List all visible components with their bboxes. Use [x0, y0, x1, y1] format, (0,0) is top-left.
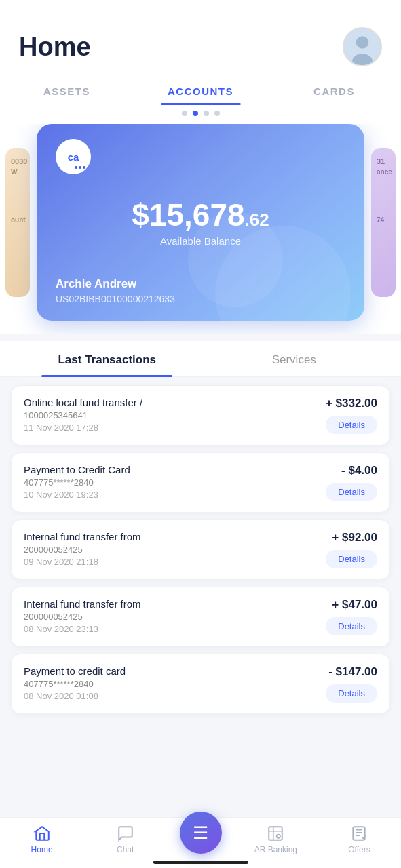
transaction-date: 09 Nov 2020 21:18 — [24, 557, 319, 567]
transactions-section: Last Transactions Services — [0, 341, 401, 377]
transaction-list-container: Online local fund transfer / 10000253456… — [0, 377, 401, 722]
transaction-item: Internal fund transfer from 200000052425… — [11, 587, 390, 647]
nav-chat[interactable]: Chat — [83, 825, 167, 854]
transaction-right: + $47.00 Details — [326, 598, 377, 635]
card-carousel: 0030 W ount ca $15,678.62 Available — [0, 124, 401, 334]
dot-1 — [182, 111, 187, 116]
details-button[interactable]: Details — [326, 483, 377, 501]
transaction-amount: - $147.00 — [328, 665, 377, 679]
tab-services[interactable]: Services — [201, 341, 388, 376]
nav-offers[interactable]: Offers — [318, 825, 401, 854]
header: Home — [0, 0, 401, 73]
offers-icon — [350, 825, 368, 842]
details-button[interactable]: Details — [326, 416, 377, 434]
transaction-amount: + $332.00 — [326, 397, 377, 410]
transaction-subtitle: 1000025345641 — [24, 410, 319, 420]
transaction-amount: + $92.00 — [332, 531, 377, 545]
transaction-info: Internal fund transfer from 200000052425… — [24, 598, 319, 634]
details-button[interactable]: Details — [326, 550, 377, 568]
transaction-title: Internal fund transfer from — [24, 598, 319, 610]
transaction-amount: + $47.00 — [332, 598, 377, 612]
transaction-right: + $92.00 Details — [326, 531, 377, 568]
details-button[interactable]: Details — [326, 617, 377, 635]
svg-rect-3 — [269, 827, 283, 840]
nav-ar-banking-label: AR Banking — [254, 845, 297, 854]
transaction-info: Payment to credit card 407775******2840 … — [24, 665, 319, 701]
transaction-date: 08 Nov 2020 23:13 — [24, 624, 319, 634]
chat-icon — [117, 825, 134, 842]
transaction-date: 08 Nov 2020 01:08 — [24, 691, 319, 701]
transaction-item: Internal fund transfer from 200000052425… — [11, 519, 390, 580]
home-icon — [33, 825, 51, 842]
transaction-list: Online local fund transfer / 10000253456… — [0, 377, 401, 722]
tab-cards[interactable]: CARDS — [267, 79, 401, 105]
page-title: Home — [19, 33, 91, 62]
transaction-subtitle: 407775******2840 — [24, 477, 319, 488]
nav-ar-banking[interactable]: AR Banking — [234, 825, 318, 854]
transaction-info: Online local fund transfer / 10000253456… — [24, 397, 319, 433]
section-tabs: Last Transactions Services — [0, 341, 401, 377]
transaction-subtitle: 407775******2840 — [24, 679, 319, 689]
fab-button[interactable]: ☰ — [180, 812, 222, 854]
transaction-title: Internal fund transfer from — [24, 531, 319, 542]
card-logo: ca — [56, 139, 91, 174]
nav-home[interactable]: Home — [0, 825, 83, 854]
main-card[interactable]: ca $15,678.62 Available Balance Archie A… — [37, 124, 364, 321]
transaction-subtitle: 200000052425 — [24, 612, 319, 622]
svg-point-1 — [356, 36, 369, 49]
dot-4 — [214, 111, 220, 116]
nav-home-label: Home — [31, 845, 53, 854]
tab-last-transactions[interactable]: Last Transactions — [14, 341, 201, 376]
home-indicator — [153, 861, 248, 864]
nav-chat-label: Chat — [117, 845, 134, 854]
transaction-title: Online local fund transfer / — [24, 397, 319, 408]
transaction-date: 10 Nov 2020 19:23 — [24, 490, 319, 500]
fab-menu-icon: ☰ — [193, 824, 208, 842]
transaction-date: 11 Nov 2020 17:28 — [24, 422, 319, 433]
nav-tabs: ASSETS ACCOUNTS CARDS — [0, 73, 401, 105]
card-peek-left: 0030 W ount — [5, 148, 30, 297]
transaction-item: Online local fund transfer / 10000253456… — [11, 385, 390, 446]
transaction-item: Payment to credit card 407775******2840 … — [11, 654, 390, 714]
transaction-info: Payment to Credit Card 407775******2840 … — [24, 464, 319, 500]
transaction-right: + $332.00 Details — [326, 397, 377, 434]
avatar[interactable] — [343, 27, 382, 66]
carousel-dots — [0, 105, 401, 124]
details-button[interactable]: Details — [326, 684, 377, 703]
card-peek-right: 31 ance 74 — [371, 148, 396, 297]
transaction-title: Payment to credit card — [24, 665, 319, 677]
transaction-subtitle: 200000052425 — [24, 545, 319, 555]
tab-assets[interactable]: ASSETS — [0, 79, 134, 105]
transaction-amount: - $4.00 — [341, 464, 377, 477]
svg-point-4 — [277, 835, 280, 838]
transaction-title: Payment to Credit Card — [24, 464, 319, 475]
transaction-right: - $147.00 Details — [326, 665, 377, 703]
transaction-item: Payment to Credit Card 407775******2840 … — [11, 452, 390, 513]
dot-2 — [193, 111, 198, 116]
transaction-info: Internal fund transfer from 200000052425… — [24, 531, 319, 567]
ar-banking-icon — [267, 825, 284, 842]
dot-3 — [204, 111, 209, 116]
transaction-right: - $4.00 Details — [326, 464, 377, 501]
nav-fab[interactable]: ☰ — [167, 825, 234, 854]
nav-offers-label: Offers — [348, 845, 370, 854]
tab-accounts[interactable]: ACCOUNTS — [134, 79, 267, 105]
